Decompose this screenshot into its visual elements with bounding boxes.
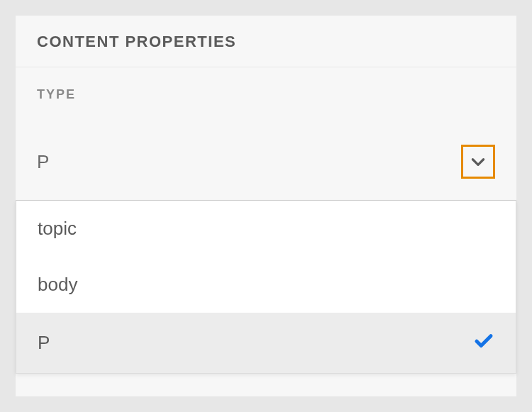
dropdown-option-body[interactable]: body [16, 257, 516, 313]
content-properties-panel: CONTENT PROPERTIES TYPE P topic body P [16, 16, 516, 396]
chevron-down-icon[interactable] [461, 145, 495, 179]
panel-title: CONTENT PROPERTIES [37, 33, 495, 51]
panel-header: CONTENT PROPERTIES [16, 16, 516, 67]
type-section-label: TYPE [16, 67, 516, 102]
dropdown-option-label: topic [38, 218, 77, 240]
dropdown-option-label: P [38, 332, 50, 354]
type-dropdown-value: P [37, 151, 49, 173]
dropdown-option-topic[interactable]: topic [16, 201, 516, 257]
type-dropdown[interactable]: P [16, 102, 516, 201]
type-dropdown-list: topic body P [16, 201, 516, 374]
dropdown-option-label: body [38, 274, 77, 296]
dropdown-option-p[interactable]: P [16, 313, 516, 373]
check-icon [473, 330, 494, 356]
